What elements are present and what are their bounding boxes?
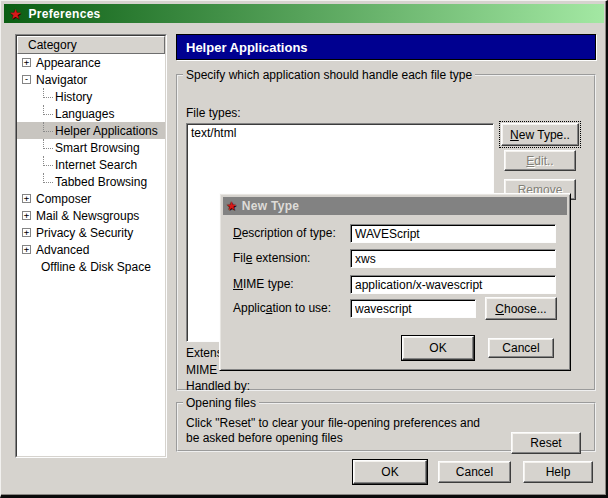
sidebar-item-privacy-security[interactable]: + Privacy & Security [17, 224, 165, 241]
choose-button[interactable]: Choose... [485, 297, 557, 320]
sidebar-item-smart-browsing[interactable]: Smart Browsing [17, 139, 165, 156]
expand-icon[interactable]: + [22, 245, 31, 254]
tree-branch-line [43, 105, 53, 115]
dialog-titlebar[interactable]: ★ New Type [223, 197, 567, 215]
sidebar-item-internet-search[interactable]: Internet Search [17, 156, 165, 173]
page-title: Helper Applications [186, 40, 308, 55]
page-title-banner: Helper Applications [176, 34, 596, 60]
opening-files-legend: Opening files [183, 396, 259, 410]
file-extension-field[interactable] [350, 249, 556, 268]
file-extension-label: File extension: [233, 251, 310, 265]
preferences-window: ★ Preferences Category + Appearance - Na… [0, 0, 608, 498]
category-header-label: Category [28, 38, 77, 52]
filetypes-group-legend: Specify which application should handle … [183, 68, 475, 82]
dialog-ok-button[interactable]: OK [402, 336, 474, 360]
list-item[interactable]: text/html [187, 124, 493, 140]
reset-button[interactable]: Reset [511, 432, 581, 454]
tree-branch-line [43, 122, 53, 132]
expand-icon[interactable]: + [22, 58, 31, 67]
sidebar-item-navigator[interactable]: - Navigator [17, 71, 165, 88]
sidebar-item-advanced[interactable]: + Advanced [17, 241, 165, 258]
new-type-button[interactable]: New Type.. [501, 123, 579, 146]
mime-type-label: MIME type: [233, 277, 294, 291]
edit-button[interactable]: Edit.. [504, 150, 576, 171]
collapse-icon[interactable]: - [22, 75, 31, 84]
sidebar-item-helper-applications[interactable]: Helper Applications [17, 122, 165, 139]
mime-type-field[interactable] [350, 275, 556, 294]
file-types-label: File types: [186, 106, 241, 120]
ok-button[interactable]: OK [353, 460, 427, 484]
cancel-button[interactable]: Cancel [438, 461, 511, 483]
mime-detail-label: MIME [186, 363, 217, 377]
sidebar-item-mail-newsgroups[interactable]: + Mail & Newsgroups [17, 207, 165, 224]
description-of-type-label: Description of type: [233, 226, 336, 240]
sidebar-item-tabbed-browsing[interactable]: Tabbed Browsing [17, 173, 165, 190]
expand-icon[interactable]: + [22, 211, 31, 220]
opening-files-description: Click "Reset" to clear your file-opening… [186, 416, 480, 446]
expand-icon[interactable]: + [22, 194, 31, 203]
tree-branch-line [43, 139, 53, 149]
tree-branch-line [43, 173, 53, 183]
application-to-use-field[interactable] [350, 299, 476, 318]
category-tree: Category + Appearance - Navigator Histor… [16, 35, 166, 457]
extension-detail-label: Extens [186, 346, 223, 360]
opening-files-group: Opening files Click "Reset" to clear you… [176, 396, 596, 452]
help-button[interactable]: Help [523, 461, 593, 483]
window-title: Preferences [29, 7, 101, 21]
category-column-header[interactable]: Category [17, 36, 165, 54]
category-panel: Category + Appearance - Navigator Histor… [15, 34, 167, 458]
sidebar-item-history[interactable]: History [17, 88, 165, 105]
dialog-cancel-button[interactable]: Cancel [488, 338, 554, 358]
description-of-type-field[interactable] [350, 224, 556, 243]
sidebar-item-appearance[interactable]: + Appearance [17, 54, 165, 71]
application-to-use-label: Application to use: [233, 301, 331, 315]
expand-icon[interactable]: + [22, 228, 31, 237]
sidebar-item-offline-disk-space[interactable]: Offline & Disk Space [17, 258, 165, 275]
tree-branch-line [43, 88, 53, 98]
new-type-dialog: ★ New Type Description of type: File ext… [219, 193, 571, 371]
dialog-title: New Type [242, 199, 300, 213]
dialog-app-icon: ★ [226, 200, 237, 212]
app-icon: ★ [9, 7, 22, 21]
window-titlebar[interactable]: ★ Preferences [4, 4, 604, 23]
sidebar-item-languages[interactable]: Languages [17, 105, 165, 122]
tree-branch-line [43, 156, 53, 166]
handled-by-detail-label: Handled by: [186, 379, 250, 393]
sidebar-item-composer[interactable]: + Composer [17, 190, 165, 207]
